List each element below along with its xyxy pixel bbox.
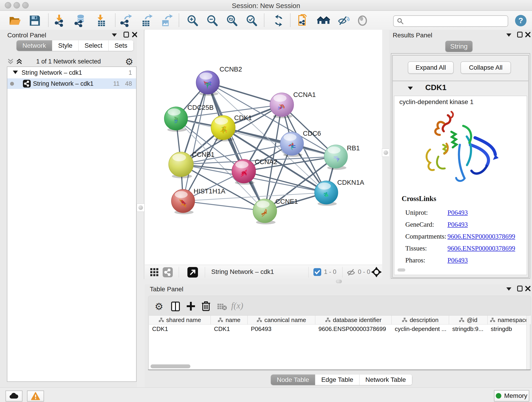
open-session-icon[interactable] [9,14,22,27]
network-row[interactable]: String Network – cdk1 11 48 [7,78,136,89]
node-CDC25B[interactable] [164,107,188,132]
add-column-icon[interactable] [186,301,196,312]
tab-select[interactable]: Select [79,40,109,51]
selected-checkbox-icon[interactable] [313,268,321,276]
left-splitter[interactable] [137,30,144,279]
node-CDKN1A[interactable] [315,181,338,206]
column-header-name[interactable]: name [211,316,248,324]
table-cell[interactable]: cyclin-dependent ... [392,324,449,333]
crosslink-link[interactable]: P06493 [447,221,468,228]
delete-table-icon[interactable] [217,303,227,311]
eye-icon[interactable] [356,14,369,27]
function-builder-icon[interactable]: f(x) [231,300,243,311]
network-canvas[interactable]: CCNB2CCNA1CDC25BCDK1CDC6RB1CCNB1CCNA2CDK… [145,30,382,265]
zoom-fit-icon[interactable] [225,14,238,27]
results-panel-menu-icon[interactable] [506,33,511,37]
grid-view-icon[interactable] [150,268,159,277]
horizontal-splitter-handle[interactable] [336,280,342,283]
table-vscrollbar[interactable] [526,316,530,370]
expand-all-button[interactable]: Expand All [408,61,454,74]
collapse-all-button[interactable]: Collapse All [461,61,511,74]
edge-CCNE1-HIST1H1A[interactable] [183,201,265,211]
crosslink-link[interactable]: 9606.ENSP00000378699 [447,245,515,252]
table-panel-float-icon[interactable] [516,285,523,292]
cloud-button[interactable] [6,390,22,402]
collection-expand-icon[interactable] [13,70,18,74]
table-cell[interactable]: 9606.ENSP00000378699 [315,324,392,333]
crosslink-link[interactable]: P06493 [447,256,468,264]
search-input[interactable] [393,15,508,27]
column-header-namespace[interactable]: namespace [488,316,531,324]
zoom-selected-icon[interactable] [245,14,258,27]
column-header-shared-name[interactable]: shared name [149,316,211,324]
import-network-database-icon[interactable] [74,14,87,27]
right-splitter[interactable] [382,30,389,279]
tab-network[interactable]: Network [17,40,52,51]
warnings-button[interactable] [27,390,44,402]
detach-view-icon[interactable] [187,267,198,278]
results-scrollbar-thumb[interactable] [398,268,405,272]
node-table[interactable]: shared namenamecanonical namedatabase id… [149,315,530,370]
refresh-icon[interactable] [272,14,285,27]
export-table-icon[interactable] [140,14,153,27]
table-cell[interactable]: CDK1 [149,324,211,333]
zoom-out-icon[interactable] [206,14,219,27]
help-icon[interactable]: ? [515,14,527,27]
network-view-icon[interactable] [163,267,173,277]
tab-style[interactable]: Style [52,40,79,51]
node-CDK1[interactable] [211,115,235,141]
hide-unhide-icon[interactable] [337,14,350,27]
hidden-eye-slash-icon[interactable] [346,268,355,277]
save-session-icon[interactable] [28,14,41,27]
export-image-icon[interactable] [160,14,173,27]
string-network-graph[interactable]: CCNB2CCNA1CDC25BCDK1CDC6RB1CCNB1CCNA2CDK… [145,30,382,265]
table-panel-close-icon[interactable] [525,285,531,292]
table-cell[interactable]: P06493 [248,324,315,333]
results-tab-string[interactable]: String [445,41,472,52]
import-network-file-icon[interactable] [54,14,66,27]
results-panel-float-icon[interactable] [516,31,523,38]
import-table-file-icon[interactable] [95,14,108,27]
table-settings-gear-icon[interactable]: ⚙ [155,301,163,312]
tab-network-table[interactable]: Network Table [360,375,412,385]
right-splitter-handle[interactable] [382,148,390,157]
table-cell[interactable]: stringdb [488,324,531,333]
protein-section-collapse-icon[interactable] [408,87,413,90]
delete-column-trash-icon[interactable] [201,301,210,312]
table-cell[interactable]: CDK1 [211,324,248,333]
node-CCNB1[interactable] [169,152,193,178]
column-header-description[interactable]: description [392,316,449,324]
tab-sets[interactable]: Sets [109,40,133,51]
table-cell[interactable]: stringdb:9... [449,324,488,333]
node-HIST1H1A[interactable] [171,189,195,214]
tab-node-table[interactable]: Node Table [271,375,315,385]
column-header-canonical-name[interactable]: canonical name [248,316,315,324]
table-row[interactable]: CDK1CDK1P064939606.ENSP00000378699cyclin… [149,324,531,333]
crosslink-link[interactable]: P06493 [447,209,468,216]
birdseye-toggle-icon[interactable] [371,267,382,277]
column-header-database-identifier[interactable]: database identifier [315,316,392,324]
results-panel-close-icon[interactable] [525,32,531,38]
node-CCNA2[interactable] [232,159,256,185]
left-splitter-handle[interactable] [137,204,145,212]
tab-edge-table[interactable]: Edge Table [315,375,360,385]
export-network-icon[interactable] [120,14,133,27]
network-collection-row[interactable]: String Network – cdk1 1 [7,68,136,78]
table-panel-menu-icon[interactable] [506,287,511,291]
edge-CCNB2-HIST1H1A[interactable] [183,83,208,201]
control-panel-float-icon[interactable] [123,31,130,38]
node-CCNA1[interactable] [270,93,294,118]
horizontal-splitter[interactable] [145,279,532,284]
show-columns-icon[interactable] [171,301,180,312]
crosslink-link[interactable]: 9606.ENSP00000378699 [447,233,515,240]
column-header--id[interactable]: @id [449,316,488,324]
zoom-in-icon[interactable] [186,14,199,27]
control-panel-menu-icon[interactable] [112,33,117,37]
memory-button[interactable]: Memory [494,390,529,402]
network-options-gear-icon[interactable]: ⚙ [125,56,133,67]
show-all-views-icon[interactable] [317,14,330,27]
clone-network-icon[interactable] [297,14,310,27]
node-CCNE1[interactable] [253,199,277,224]
node-RB1[interactable] [324,145,348,170]
table-hscrollbar-thumb[interactable] [151,364,190,368]
